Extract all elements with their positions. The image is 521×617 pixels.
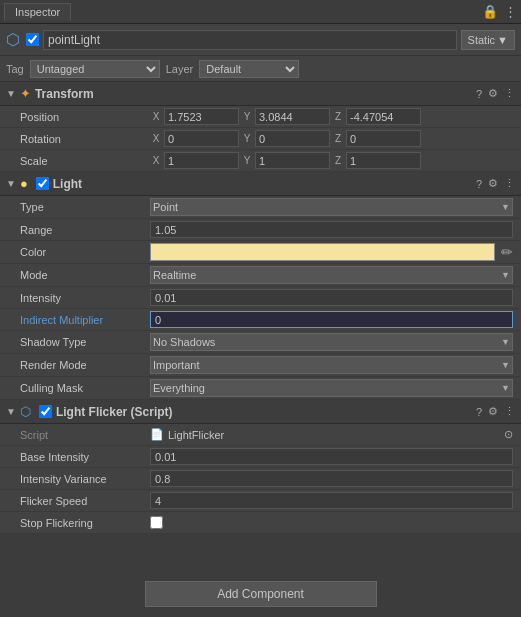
- indirect-multiplier-input[interactable]: [150, 311, 513, 328]
- culling-mask-label: Culling Mask: [20, 382, 150, 394]
- light-type-value: Point: [153, 201, 178, 213]
- add-component-button[interactable]: Add Component: [145, 581, 377, 607]
- stop-flickering-checkbox[interactable]: [150, 516, 163, 529]
- rotation-z-input[interactable]: [346, 130, 421, 147]
- light-settings-icon[interactable]: ⚙: [488, 177, 498, 190]
- object-name-input[interactable]: [43, 30, 457, 50]
- tag-select[interactable]: Untagged: [30, 60, 160, 78]
- add-component-area: Add Component: [0, 571, 521, 617]
- culling-mask-row: Culling Mask Everything ▼: [0, 377, 521, 400]
- light-icon: ●: [20, 176, 28, 191]
- transform-settings-icon[interactable]: ⚙: [488, 87, 498, 100]
- scale-x-input[interactable]: [164, 152, 239, 169]
- rotation-x-input[interactable]: [164, 130, 239, 147]
- light-flicker-section-title: Light Flicker (Script): [56, 405, 476, 419]
- intensity-variance-input[interactable]: [150, 470, 513, 487]
- add-component-label: Add Component: [217, 587, 304, 601]
- scale-y-input[interactable]: [255, 152, 330, 169]
- scale-row: Scale X Y Z: [0, 150, 521, 172]
- transform-menu-icon[interactable]: ⋮: [504, 87, 515, 100]
- rotation-y-input[interactable]: [255, 130, 330, 147]
- script-circle-icon: ⊙: [504, 428, 513, 441]
- scale-z-input[interactable]: [346, 152, 421, 169]
- light-flicker-menu-icon[interactable]: ⋮: [504, 405, 515, 418]
- culling-mask-dropdown[interactable]: Everything ▼: [150, 379, 513, 397]
- script-label: Script: [20, 429, 150, 441]
- light-range-label: Range: [20, 224, 150, 236]
- culling-mask-arrow-icon: ▼: [501, 383, 510, 393]
- light-intensity-label: Intensity: [20, 292, 150, 304]
- light-color-swatch[interactable]: [150, 243, 495, 261]
- render-mode-dropdown[interactable]: Important ▼: [150, 356, 513, 374]
- lock-icon[interactable]: 🔒: [482, 4, 498, 19]
- transform-section-header[interactable]: ▼ ✦ Transform ? ⚙ ⋮: [0, 82, 521, 106]
- render-mode-arrow-icon: ▼: [501, 360, 510, 370]
- light-type-arrow-icon: ▼: [501, 202, 510, 212]
- indirect-multiplier-label: Indirect Multiplier: [20, 314, 150, 326]
- position-y-input[interactable]: [255, 108, 330, 125]
- light-flicker-settings-icon[interactable]: ⚙: [488, 405, 498, 418]
- layer-label: Layer: [166, 63, 194, 75]
- shadow-type-label: Shadow Type: [20, 336, 150, 348]
- active-checkbox[interactable]: [26, 33, 39, 46]
- light-section-title: Light: [53, 177, 476, 191]
- static-arrow-icon: ▼: [497, 34, 508, 46]
- light-menu-icon[interactable]: ⋮: [504, 177, 515, 190]
- render-mode-row: Render Mode Important ▼: [0, 354, 521, 377]
- rotation-row: Rotation X Y Z: [0, 128, 521, 150]
- position-label: Position: [20, 111, 150, 123]
- position-x-label: X: [150, 111, 162, 122]
- light-range-row: Range: [0, 219, 521, 241]
- light-flicker-section-header[interactable]: ▼ ⬡ Light Flicker (Script) ? ⚙ ⋮: [0, 400, 521, 424]
- scale-z-label: Z: [332, 155, 344, 166]
- rotation-y-label: Y: [241, 133, 253, 144]
- flicker-speed-input[interactable]: [150, 492, 513, 509]
- position-x-input[interactable]: [164, 108, 239, 125]
- light-flicker-arrow-icon: ▼: [6, 406, 16, 417]
- light-color-label: Color: [20, 246, 150, 258]
- scale-y-label: Y: [241, 155, 253, 166]
- light-type-row: Type Point ▼: [0, 196, 521, 219]
- stop-flickering-label: Stop Flickering: [20, 517, 150, 529]
- transform-help-icon[interactable]: ?: [476, 88, 482, 100]
- object-row: ⬡ Static ▼: [0, 24, 521, 56]
- base-intensity-input[interactable]: [150, 448, 513, 465]
- light-mode-value: Realtime: [153, 269, 196, 281]
- light-flicker-help-icon[interactable]: ?: [476, 406, 482, 418]
- cube-icon: ⬡: [6, 30, 20, 49]
- transform-section-body: Position X Y Z Rotation X Y: [0, 106, 521, 172]
- flicker-speed-label: Flicker Speed: [20, 495, 150, 507]
- menu-icon[interactable]: ⋮: [504, 4, 517, 19]
- light-mode-dropdown[interactable]: Realtime ▼: [150, 266, 513, 284]
- position-z-label: Z: [332, 111, 344, 122]
- color-picker-icon[interactable]: ✏: [501, 244, 513, 260]
- position-y-label: Y: [241, 111, 253, 122]
- rotation-z-label: Z: [332, 133, 344, 144]
- shadow-type-dropdown[interactable]: No Shadows ▼: [150, 333, 513, 351]
- light-section-body: Type Point ▼ Range Color ✏ Mode: [0, 196, 521, 400]
- position-z-input[interactable]: [346, 108, 421, 125]
- inspector-tab[interactable]: Inspector: [4, 3, 71, 21]
- light-section-header[interactable]: ▼ ● Light ? ⚙ ⋮: [0, 172, 521, 196]
- light-active-checkbox[interactable]: [36, 177, 49, 190]
- shadow-type-value: No Shadows: [153, 336, 215, 348]
- script-row: Script 📄 LightFlicker ⊙: [0, 424, 521, 446]
- light-flicker-active-checkbox[interactable]: [39, 405, 52, 418]
- script-value: LightFlicker: [168, 429, 224, 441]
- layer-select[interactable]: Default: [199, 60, 299, 78]
- light-help-icon[interactable]: ?: [476, 178, 482, 190]
- indirect-multiplier-row: Indirect Multiplier: [0, 309, 521, 331]
- light-flicker-section-body: Script 📄 LightFlicker ⊙ Base Intensity I…: [0, 424, 521, 534]
- light-flicker-icon: ⬡: [20, 404, 31, 419]
- inspector-tab-label: Inspector: [15, 6, 60, 18]
- light-range-input[interactable]: [150, 221, 513, 238]
- scale-x-label: X: [150, 155, 162, 166]
- light-intensity-input[interactable]: [150, 289, 513, 306]
- static-button[interactable]: Static ▼: [461, 30, 515, 50]
- light-type-dropdown[interactable]: Point ▼: [150, 198, 513, 216]
- shadow-type-arrow-icon: ▼: [501, 337, 510, 347]
- rotation-x-label: X: [150, 133, 162, 144]
- tab-bar: Inspector 🔒 ⋮: [0, 0, 521, 24]
- light-arrow-icon: ▼: [6, 178, 16, 189]
- scale-label: Scale: [20, 155, 150, 167]
